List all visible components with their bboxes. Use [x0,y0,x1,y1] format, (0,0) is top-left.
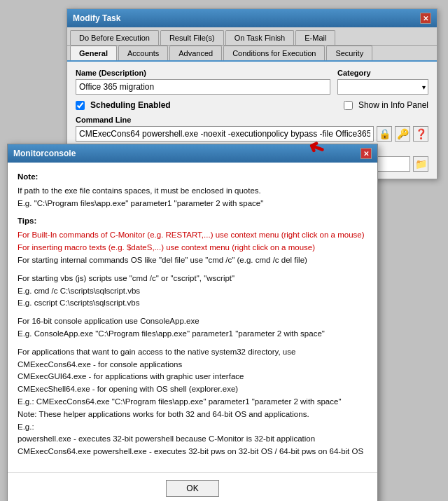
name-input[interactable] [76,79,330,95]
help-icon[interactable]: ❓ [413,126,428,142]
show-info-checkbox[interactable] [344,101,353,110]
note-line-2: E.g. "C:\Program files\app.exe" paramete… [18,198,368,210]
category-label: Category [337,69,428,77]
native-line-9: CMExecCons64.exe powershell.exe - execut… [18,446,368,458]
console-line-1: For 16-bit console application use Conso… [18,315,368,328]
note-section: Note: If path to the exe file contains s… [18,171,368,210]
note-line-1: If path to the exe file contains spaces,… [18,185,368,198]
mc-title: Monitorconsole [13,149,76,158]
lock-icon[interactable]: 🔒 [377,126,392,142]
command-line-label: Command Line [76,116,428,124]
console-section: For 16-bit console application use Conso… [18,315,368,341]
native-line-2: CMExecCons64.exe - for console applicati… [18,359,368,371]
scheduling-checkbox[interactable] [76,101,85,110]
modify-task-titlebar: Modify Task ✕ [67,9,437,27]
tabs-row-1: Do Before Execution Result File(s) On Ta… [67,27,437,46]
note-title: Note: [18,171,368,184]
tabs-row-2: General Accounts Advanced Conditions for… [67,46,437,62]
show-info-label: Show in Info Panel [358,100,428,110]
monitor-console-dialog: Monitorconsole ✕ Note: If path to the ex… [7,144,378,501]
vbs-line-2: E.g. cmd /c C:\scripts\sqlscript.vbs [18,285,368,298]
vbs-section: For starting vbs (js) scripts use "cmd /… [18,273,368,310]
modify-task-title: Modify Task [73,13,120,23]
name-label: Name (Description) [76,69,330,77]
modify-task-close-btn[interactable]: ✕ [420,13,431,24]
tab-result-files[interactable]: Result File(s) [160,30,224,45]
key-icon[interactable]: 🔑 [395,126,410,142]
tip-line-1: For Built-In commands of C-Monitor (e.g.… [18,229,368,242]
category-select-wrapper [337,79,428,95]
tab-conditions[interactable]: Conditions for Execution [223,46,325,60]
tips-title: Tips: [18,215,368,228]
command-line-input[interactable] [76,126,374,142]
checkbox-row: Scheduling Enabled Show in Info Panel [76,100,428,110]
tab-email[interactable]: E-Mail [295,30,335,45]
console-line-2: E.g. ConsoleApp.exe "C:\Program files\ap… [18,328,368,341]
tab-general[interactable]: General [70,46,117,60]
ok-button[interactable]: OK [166,480,218,497]
mc-close-btn[interactable]: ✕ [360,148,372,159]
tab-accounts[interactable]: Accounts [118,46,168,60]
name-category-row: Name (Description) Category [76,69,428,95]
native-line-7: E.g.: [18,421,368,434]
native-line-5: E.g.: CMExecCons64.exe "C:\Program files… [18,396,368,409]
native-line-1: For applications that want to gain acces… [18,346,368,359]
name-group: Name (Description) [76,69,330,95]
native-line-4: CMExecShell64.exe - for opening with OS … [18,383,368,396]
category-group: Category [337,69,428,95]
vbs-line-3: E.g. cscript C:\scripts\sqlscript.vbs [18,297,368,310]
native-line-8: powershell.exe - executes 32-bit powersh… [18,433,368,446]
scheduling-label: Scheduling Enabled [90,100,171,110]
tip-line-3: For starting internal commands OS like "… [18,254,368,267]
category-select[interactable] [337,79,428,95]
mc-footer: OK [8,472,377,501]
vbs-line-1: For starting vbs (js) scripts use "cmd /… [18,273,368,285]
native-section: For applications that want to gain acces… [18,346,368,458]
command-line-row: 🔒 🔑 ❓ [76,126,428,142]
tips-section: Tips: For Built-In commands of C-Monitor… [18,215,368,266]
tab-on-task-finish[interactable]: On Task Finish [225,30,295,45]
native-line-6: Note: These helper applications works fo… [18,409,368,421]
native-line-3: CMExecGUI64.exe - for applications with … [18,371,368,383]
folder-icon[interactable]: 📁 [413,156,428,172]
tab-advanced[interactable]: Advanced [169,46,222,60]
tab-security[interactable]: Security [326,46,372,60]
tab-do-before[interactable]: Do Before Execution [70,30,159,45]
mc-body: Note: If path to the exe file contains s… [8,163,377,472]
tip-line-2: For inserting macro texts (e.g. $dateS,.… [18,242,368,254]
